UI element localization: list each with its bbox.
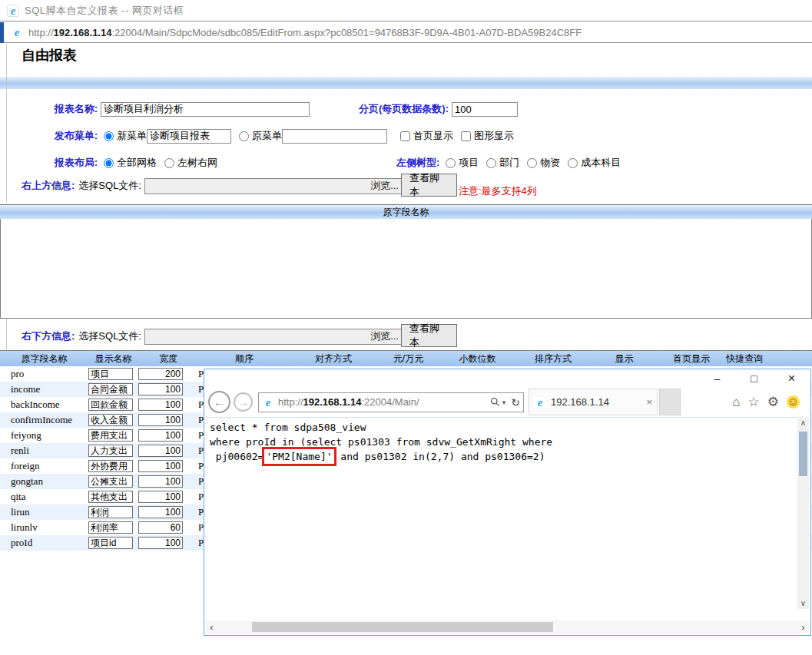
width-input[interactable]: [138, 414, 183, 426]
left-tree-radio-project[interactable]: [446, 158, 456, 168]
left-tree-radio-department[interactable]: [486, 158, 496, 168]
display-name-input[interactable]: [88, 537, 133, 549]
close-button[interactable]: ×: [788, 373, 795, 384]
scroll-right-icon[interactable]: ›: [797, 621, 809, 633]
homepage-show-label: 首页显示: [413, 129, 453, 143]
maximize-button[interactable]: □: [751, 373, 757, 384]
width-input[interactable]: [138, 537, 183, 549]
width-input[interactable]: [138, 521, 183, 534]
display-name-input[interactable]: [88, 399, 133, 411]
field-name: income: [0, 383, 88, 395]
ie-icon: e: [7, 5, 19, 17]
display-name-input[interactable]: [88, 429, 133, 442]
upper-right-info-label: 右上方信息:: [22, 179, 75, 193]
publish-menu-label: 发布菜单:: [0, 129, 98, 143]
popup-address-box[interactable]: e http://192.168.1.14:22004/Main/ ▾ ↻: [258, 392, 524, 412]
left-tree-radio-material[interactable]: [527, 158, 537, 168]
browse-button[interactable]: 浏览...: [370, 329, 399, 343]
report-name-label: 报表名称:: [0, 102, 98, 116]
width-input[interactable]: [138, 383, 183, 395]
display-name-input[interactable]: [88, 368, 133, 380]
display-name-input[interactable]: [88, 383, 133, 395]
home-icon[interactable]: ⌂: [732, 395, 740, 410]
star-icon[interactable]: ☆: [748, 394, 760, 410]
display-name-input[interactable]: [88, 475, 133, 488]
left-tree-option-label: 部门: [499, 156, 519, 170]
col-header: 显示名称: [88, 352, 138, 366]
gear-icon[interactable]: ⚙: [767, 394, 779, 410]
horizontal-scrollbar[interactable]: ‹ ›: [206, 620, 809, 633]
paging-input[interactable]: [452, 102, 518, 117]
dialog-title: SQL脚本自定义报表 -- 网页对话框: [25, 4, 184, 18]
browse-button[interactable]: 浏览...: [370, 179, 399, 193]
view-script-button-upper[interactable]: 查看脚本: [401, 174, 457, 197]
col-header: 小数位数: [440, 352, 515, 366]
layout-all-grid-radio[interactable]: [104, 158, 114, 168]
display-name-input[interactable]: [88, 506, 133, 518]
layout-label: 报表布局:: [0, 156, 98, 170]
report-name-input[interactable]: [101, 102, 310, 117]
minimize-button[interactable]: –: [714, 373, 720, 384]
chevron-down-icon[interactable]: ▾: [502, 399, 506, 406]
sql-file-input-lower[interactable]: 浏览...: [144, 329, 406, 345]
field-name: feiyong: [0, 429, 88, 442]
vertical-scroll-thumb[interactable]: [799, 432, 807, 476]
search-icon[interactable]: [490, 397, 500, 407]
field-name: pro: [0, 368, 88, 380]
col-header: 显示: [592, 352, 657, 366]
col-header: 元/万元: [376, 352, 440, 366]
scroll-up-icon[interactable]: ∧: [800, 417, 806, 428]
left-tree-option-label: 成本科目: [581, 156, 621, 170]
display-name-input[interactable]: [88, 445, 133, 457]
refresh-icon[interactable]: ↻: [511, 396, 520, 409]
ie-icon: e: [11, 27, 23, 38]
col-header: 排序方式: [515, 352, 592, 366]
back-button[interactable]: ←: [208, 391, 230, 413]
smiley-icon[interactable]: ☺: [787, 395, 800, 409]
popup-titlebar: – □ ×: [204, 369, 810, 387]
width-input[interactable]: [138, 399, 183, 411]
orig-fields-bar: 原字段名称: [0, 204, 812, 219]
tab-close-icon[interactable]: ×: [646, 396, 652, 408]
homepage-show-checkbox[interactable]: [400, 131, 410, 141]
orig-menu-input[interactable]: [282, 129, 387, 144]
width-input[interactable]: [138, 368, 183, 380]
field-name: qita: [0, 491, 88, 503]
orig-fields-box: [0, 219, 812, 319]
width-input[interactable]: [138, 475, 183, 488]
display-name-input[interactable]: [88, 521, 133, 534]
field-name: foreign: [0, 460, 88, 472]
popup-navbar: ← → e http://192.168.1.14:22004/Main/ ▾ …: [204, 387, 810, 417]
width-input[interactable]: [138, 445, 183, 457]
horizontal-scroll-thumb[interactable]: [252, 622, 553, 632]
left-tree-radio-cost-subject[interactable]: [568, 158, 578, 168]
scroll-down-icon[interactable]: ∨: [800, 597, 806, 609]
orig-menu-radio[interactable]: [239, 131, 249, 141]
layout-left-tree-radio[interactable]: [164, 158, 174, 168]
layout-all-grid-label: 全部网格: [117, 156, 157, 170]
display-name-input[interactable]: [88, 460, 133, 472]
sql-file-input-upper[interactable]: 浏览...: [144, 178, 406, 194]
vertical-scrollbar[interactable]: ∧ ∨: [797, 417, 809, 609]
new-tab-area[interactable]: [659, 389, 681, 415]
display-name-input[interactable]: [88, 414, 133, 426]
table-header: 原字段名称 显示名称 宽度 顺序 对齐方式 元/万元 小数位数 排序方式 显示 …: [0, 350, 812, 366]
width-input[interactable]: [138, 506, 183, 518]
width-input[interactable]: [138, 429, 183, 442]
display-name-input[interactable]: [88, 491, 133, 503]
browser-tab[interactable]: e 192.168.1.14 ×: [529, 389, 658, 415]
view-script-button-lower[interactable]: 查看脚本: [401, 324, 457, 347]
new-menu-input[interactable]: [147, 129, 231, 144]
new-menu-radio[interactable]: [104, 131, 114, 141]
field-name: confirmIncome: [0, 414, 88, 426]
forward-button[interactable]: →: [234, 392, 253, 412]
forward-icon: →: [237, 395, 249, 409]
field-name: gongtan: [0, 475, 88, 488]
width-input[interactable]: [138, 491, 183, 503]
address-bar: e http://192.168.1.14:22004/Main/SdpcMod…: [0, 22, 812, 43]
graphic-show-checkbox[interactable]: [461, 131, 471, 141]
scroll-left-icon[interactable]: ‹: [206, 621, 217, 633]
ie-icon: e: [534, 397, 546, 408]
width-input[interactable]: [138, 460, 183, 472]
window-edge-strip: [0, 22, 4, 43]
